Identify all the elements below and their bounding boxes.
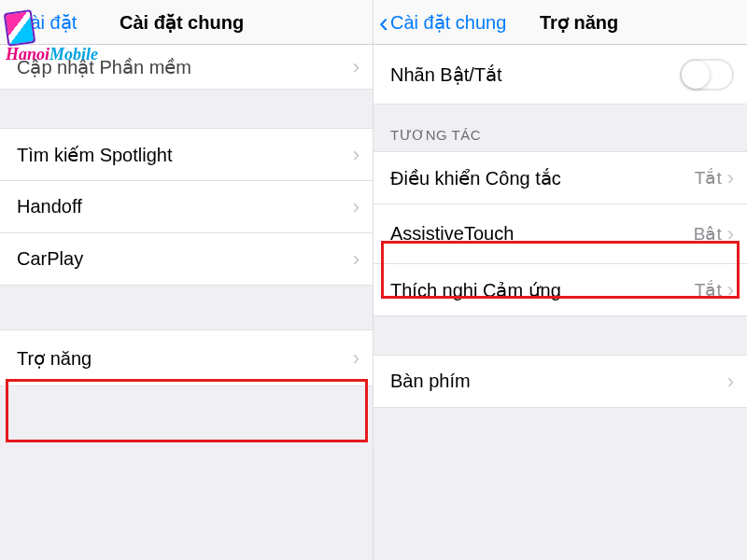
row-keyboard[interactable]: Bàn phím › xyxy=(374,356,747,408)
watermark-text: Mobile xyxy=(49,45,98,63)
section-gap xyxy=(0,286,373,330)
chevron-right-icon: › xyxy=(727,370,734,394)
row-label: Handoff xyxy=(17,196,353,217)
row-label: CarPlay xyxy=(17,248,353,270)
row-on-off-labels[interactable]: Nhãn Bật/Tắt xyxy=(374,45,747,105)
chevron-right-icon: › xyxy=(727,166,734,190)
phone-icon xyxy=(4,9,36,47)
chevron-left-icon: ‹ xyxy=(379,8,388,36)
chevron-right-icon: › xyxy=(727,222,734,246)
row-value: Bật xyxy=(694,223,722,245)
row-label: Nhãn Bật/Tắt xyxy=(390,63,680,86)
switch-knob xyxy=(682,61,710,89)
chevron-right-icon: › xyxy=(353,247,359,272)
chevron-right-icon: › xyxy=(353,195,359,219)
accessibility-pane: ‹ Cài đặt chung Trợ năng Nhãn Bật/Tắt TƯ… xyxy=(374,0,747,560)
row-label: Bàn phím xyxy=(390,371,727,392)
toggle-switch[interactable] xyxy=(680,59,734,91)
row-switch-control[interactable]: Điều khiển Công tắc Tắt › xyxy=(374,152,747,204)
row-touch-accommodations[interactable]: Thích nghi Cảm ứng Tắt › xyxy=(374,264,747,316)
chevron-right-icon: › xyxy=(353,143,359,167)
row-label: Điều khiển Công tắc xyxy=(390,167,695,189)
general-settings-pane: ‹ Cài đặt Cài đặt chung Cập nhật Phần mề… xyxy=(0,0,374,560)
row-assistivetouch[interactable]: AssistiveTouch Bật › xyxy=(374,204,747,264)
back-label: Cài đặt chung xyxy=(390,11,506,34)
row-value: Tắt xyxy=(695,279,722,301)
row-label: Thích nghi Cảm ứng xyxy=(390,279,695,301)
back-button[interactable]: ‹ Cài đặt chung xyxy=(379,8,506,36)
row-accessibility[interactable]: Trợ năng › xyxy=(0,330,373,386)
section-gap xyxy=(374,408,747,560)
navbar-accessibility: ‹ Cài đặt chung Trợ năng xyxy=(374,0,747,45)
page-title: Cài đặt chung xyxy=(120,11,244,34)
chevron-right-icon: › xyxy=(353,346,359,371)
row-label: Tìm kiếm Spotlight xyxy=(17,144,353,166)
chevron-right-icon: › xyxy=(353,55,359,79)
row-handoff[interactable]: Handoff › xyxy=(0,181,373,233)
section-gap xyxy=(0,90,373,129)
row-label: Trợ năng xyxy=(17,347,353,370)
watermark-logo: HanoiMobile xyxy=(6,11,98,64)
page-title: Trợ năng xyxy=(540,11,618,34)
row-carplay[interactable]: CarPlay › xyxy=(0,233,373,286)
row-label: AssistiveTouch xyxy=(390,223,694,245)
section-gap xyxy=(374,316,747,356)
chevron-right-icon: › xyxy=(727,278,734,302)
row-value: Tắt xyxy=(695,167,722,189)
section-header-interaction: TƯƠNG TÁC xyxy=(374,105,747,152)
row-spotlight[interactable]: Tìm kiếm Spotlight › xyxy=(0,129,373,181)
watermark-text: Hanoi xyxy=(6,45,49,63)
section-gap xyxy=(0,386,373,560)
